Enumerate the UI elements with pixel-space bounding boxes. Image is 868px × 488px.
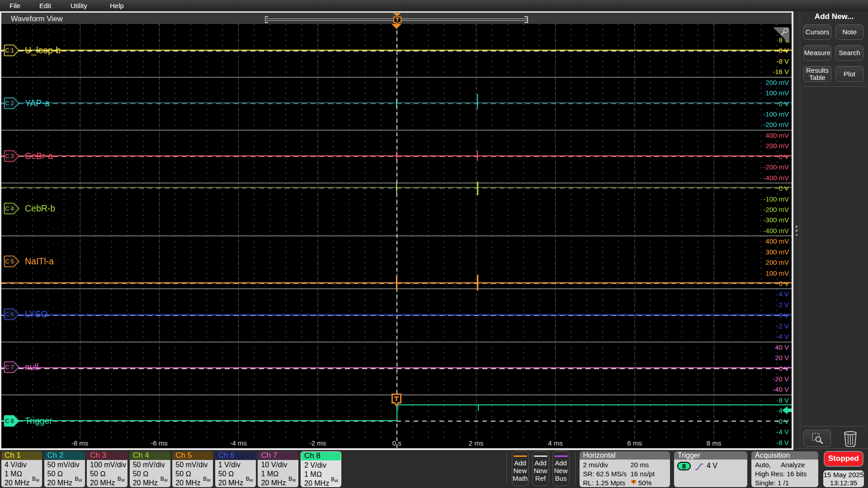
svg-text:C 1: C 1	[5, 47, 14, 54]
svg-text:C 4: C 4	[5, 206, 14, 212]
svg-text:C 8: C 8	[5, 418, 14, 424]
svg-text:C 6: C 6	[5, 311, 14, 318]
svg-text:C 3: C 3	[5, 153, 14, 160]
svg-text:C 2: C 2	[5, 100, 14, 107]
svg-text:C 7: C 7	[5, 364, 14, 371]
svg-text:C 5: C 5	[5, 258, 14, 265]
